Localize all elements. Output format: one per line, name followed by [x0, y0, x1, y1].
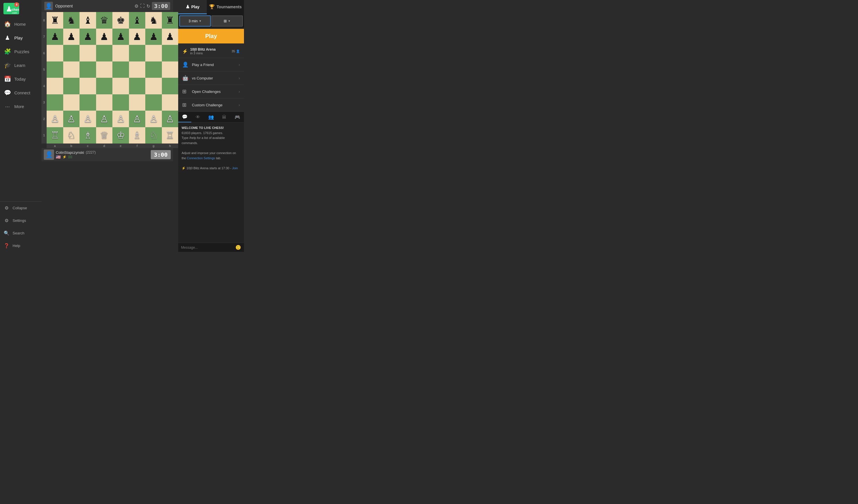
board-cell-a3[interactable] [47, 94, 63, 111]
board-cell-b1[interactable]: ♘ [63, 127, 80, 144]
board-cell-e5[interactable] [112, 62, 129, 78]
option-open-challenges[interactable]: ⊞ Open Challenges › [178, 85, 244, 98]
board-cell-h7[interactable]: ♟ [162, 29, 178, 45]
option-vs-computer[interactable]: 🤖 vs Computer › [178, 71, 244, 85]
sidebar-item-puzzles[interactable]: 🧩 Puzzles [0, 45, 42, 58]
chess-board[interactable]: ♜♞♝♛♚♝♞♜♟♟♟♟♟♟♟♟♙♙♙♙♙♙♙♙♖♘♗♕♔♗♘♖ [47, 12, 178, 144]
time-control-type[interactable]: ⊞ ▼ [211, 15, 243, 27]
board-cell-c8[interactable]: ♝ [80, 12, 96, 29]
board-cell-b3[interactable] [63, 94, 80, 111]
connection-settings-link[interactable]: Connection Settings [187, 157, 215, 160]
sidebar-item-home[interactable]: 🏠 Home [0, 17, 42, 31]
board-cell-f8[interactable]: ♝ [129, 12, 146, 29]
board-cell-g8[interactable]: ♞ [145, 12, 162, 29]
board-cell-c3[interactable] [80, 94, 96, 111]
board-cell-a7[interactable]: ♟ [47, 29, 63, 45]
board-cell-e3[interactable] [112, 94, 129, 111]
board-cell-e4[interactable] [112, 78, 129, 94]
sidebar-item-more[interactable]: ··· More [0, 99, 42, 113]
board-cell-d5[interactable] [96, 62, 113, 78]
board-cell-e6[interactable] [112, 45, 129, 62]
sidebar-item-today[interactable]: 📅 Today [0, 72, 42, 86]
tab-tournaments[interactable]: 🏆 Tournaments [207, 0, 244, 14]
sidebar-item-connect[interactable]: 💬 Connect [0, 86, 42, 99]
board-cell-d2[interactable]: ♙ [96, 111, 113, 127]
board-cell-c2[interactable]: ♙ [80, 111, 96, 127]
board-cell-b2[interactable]: ♙ [63, 111, 80, 127]
board-cell-c5[interactable] [80, 62, 96, 78]
chat-input[interactable] [181, 246, 234, 249]
chat-tab-chat[interactable]: 💬 [178, 112, 191, 123]
board-cell-b5[interactable] [63, 62, 80, 78]
board-cell-f4[interactable] [129, 78, 146, 94]
board-cell-g3[interactable] [145, 94, 162, 111]
board-cell-f1[interactable]: ♗ [129, 127, 146, 144]
board-cell-f5[interactable] [129, 62, 146, 78]
sidebar-item-play[interactable]: ♟ Play [0, 31, 42, 45]
board-cell-a4[interactable] [47, 78, 63, 94]
chat-tab-friends[interactable]: 👥 [205, 112, 218, 123]
board-cell-a1[interactable]: ♖ [47, 127, 63, 144]
board-cell-h2[interactable]: ♙ [162, 111, 178, 127]
board-cell-d4[interactable] [96, 78, 113, 94]
arena-players: 35 👤 [232, 49, 240, 53]
board-cell-h4[interactable] [162, 78, 178, 94]
chat-tab-spectators[interactable]: 👁 [191, 112, 205, 123]
board-cell-a6[interactable] [47, 45, 63, 62]
board-cell-f2[interactable]: ♙ [129, 111, 146, 127]
board-cell-g5[interactable] [145, 62, 162, 78]
arena-join-link[interactable]: Join [232, 166, 238, 170]
board-cell-d3[interactable] [96, 94, 113, 111]
board-cell-d7[interactable]: ♟ [96, 29, 113, 45]
board-cell-h8[interactable]: ♜ [162, 12, 178, 29]
fullscreen-icon[interactable]: ⛶ [140, 3, 145, 9]
play-button[interactable]: Play [178, 29, 244, 44]
board-cell-c6[interactable] [80, 45, 96, 62]
board-cell-b4[interactable] [63, 78, 80, 94]
board-cell-g4[interactable] [145, 78, 162, 94]
board-cell-g1[interactable]: ♘ [145, 127, 162, 144]
board-cell-e2[interactable]: ♙ [112, 111, 129, 127]
board-cell-d8[interactable]: ♛ [96, 12, 113, 29]
board-cell-h1[interactable]: ♖ [162, 127, 178, 144]
board-cell-b7[interactable]: ♟ [63, 29, 80, 45]
sidebar-item-settings[interactable]: ⚙ Settings [0, 214, 42, 227]
board-cell-g7[interactable]: ♟ [145, 29, 162, 45]
board-cell-h3[interactable] [162, 94, 178, 111]
board-cell-c1[interactable]: ♗ [80, 127, 96, 144]
board-cell-b8[interactable]: ♞ [63, 12, 80, 29]
settings-board-icon[interactable]: ⚙ [134, 3, 139, 9]
board-cell-b6[interactable] [63, 45, 80, 62]
board-cell-f3[interactable] [129, 94, 146, 111]
arena-icon: ⚡ [182, 49, 188, 54]
sidebar-item-search[interactable]: 🔍 Search [0, 227, 42, 239]
board-cell-a2[interactable]: ♙ [47, 111, 63, 127]
board-cell-h5[interactable] [162, 62, 178, 78]
board-cell-d1[interactable]: ♕ [96, 127, 113, 144]
arena-banner[interactable]: ⚡ 10|0 Blitz Arena in 3 mins 35 👤 [178, 45, 244, 58]
option-play-friend[interactable]: 👤 Play a Friend › [178, 58, 244, 71]
emoji-button[interactable]: 🙂 [235, 245, 241, 250]
board-cell-e7[interactable]: ♟ [112, 29, 129, 45]
board-cell-h6[interactable] [162, 45, 178, 62]
sidebar-item-help[interactable]: ❓ Help [0, 239, 42, 252]
time-control-minutes[interactable]: 3 min ▼ [179, 15, 211, 27]
option-custom-challenge[interactable]: ⊞ Custom Challenge › [178, 98, 244, 112]
chat-tab-games[interactable]: 🎮 [231, 112, 244, 123]
board-cell-e1[interactable]: ♔ [112, 127, 129, 144]
board-cell-c4[interactable] [80, 78, 96, 94]
sidebar-item-collapse[interactable]: ⚙ Collapse [0, 201, 42, 214]
board-cell-g2[interactable]: ♙ [145, 111, 162, 127]
board-cell-f6[interactable] [129, 45, 146, 62]
sidebar-item-learn[interactable]: 🎓 Learn [0, 58, 42, 72]
board-cell-e8[interactable]: ♚ [112, 12, 129, 29]
board-cell-d6[interactable] [96, 45, 113, 62]
board-cell-g6[interactable] [145, 45, 162, 62]
board-cell-f7[interactable]: ♟ [129, 29, 146, 45]
board-cell-a8[interactable]: ♜ [47, 12, 63, 29]
board-cell-a5[interactable] [47, 62, 63, 78]
board-cell-c7[interactable]: ♟ [80, 29, 96, 45]
flip-board-icon[interactable]: ↻ [146, 3, 150, 9]
tab-play[interactable]: ♟ Play [178, 0, 207, 14]
chat-tab-players[interactable]: 🏛 [218, 112, 231, 123]
